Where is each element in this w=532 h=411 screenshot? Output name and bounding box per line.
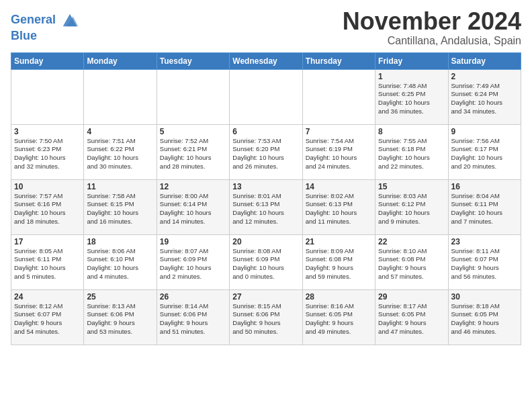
- day-content: Sunrise: 8:17 AM Sunset: 6:05 PM Dayligh…: [378, 302, 445, 336]
- day-content: Sunrise: 8:01 AM Sunset: 6:13 PM Dayligh…: [232, 192, 299, 226]
- calendar-cell: 21Sunrise: 8:09 AM Sunset: 6:08 PM Dayli…: [302, 234, 375, 289]
- calendar-cell: 12Sunrise: 8:00 AM Sunset: 6:14 PM Dayli…: [157, 179, 229, 234]
- calendar-cell: [157, 69, 229, 124]
- calendar-cell: 25Sunrise: 8:13 AM Sunset: 6:06 PM Dayli…: [84, 289, 157, 345]
- calendar-cell: 20Sunrise: 8:08 AM Sunset: 6:09 PM Dayli…: [230, 234, 302, 289]
- calendar-cell: 30Sunrise: 8:18 AM Sunset: 6:05 PM Dayli…: [448, 289, 521, 345]
- day-number: 8: [378, 127, 445, 136]
- day-number: 2: [451, 72, 518, 81]
- day-number: 15: [378, 182, 445, 191]
- days-header-row: SundayMondayTuesdayWednesdayThursdayFrid…: [11, 52, 521, 69]
- day-content: Sunrise: 8:14 AM Sunset: 6:06 PM Dayligh…: [160, 302, 226, 336]
- logo-text: General: [11, 11, 79, 30]
- week-row-4: 17Sunrise: 8:05 AM Sunset: 6:11 PM Dayli…: [11, 234, 521, 289]
- day-content: Sunrise: 8:12 AM Sunset: 6:07 PM Dayligh…: [14, 302, 81, 336]
- calendar-cell: 13Sunrise: 8:01 AM Sunset: 6:13 PM Dayli…: [230, 179, 302, 234]
- day-content: Sunrise: 8:03 AM Sunset: 6:12 PM Dayligh…: [378, 192, 445, 226]
- day-content: Sunrise: 8:10 AM Sunset: 6:08 PM Dayligh…: [378, 247, 445, 281]
- day-content: Sunrise: 8:00 AM Sunset: 6:14 PM Dayligh…: [160, 192, 226, 226]
- day-number: 7: [306, 127, 372, 136]
- day-content: Sunrise: 7:48 AM Sunset: 6:25 PM Dayligh…: [378, 82, 445, 116]
- day-number: 26: [160, 292, 226, 302]
- day-number: 5: [160, 127, 226, 136]
- day-content: Sunrise: 7:55 AM Sunset: 6:18 PM Dayligh…: [378, 137, 445, 171]
- calendar-cell: 17Sunrise: 8:05 AM Sunset: 6:11 PM Dayli…: [11, 234, 84, 289]
- day-number: 12: [160, 182, 226, 191]
- day-number: 27: [232, 292, 299, 302]
- calendar-cell: [302, 69, 375, 124]
- day-number: 29: [378, 292, 445, 302]
- calendar-cell: 24Sunrise: 8:12 AM Sunset: 6:07 PM Dayli…: [11, 289, 84, 345]
- day-number: 30: [451, 292, 518, 302]
- calendar-cell: 4Sunrise: 7:51 AM Sunset: 6:22 PM Daylig…: [84, 124, 157, 179]
- header-wednesday: Wednesday: [230, 52, 302, 69]
- calendar-cell: 10Sunrise: 7:57 AM Sunset: 6:16 PM Dayli…: [11, 179, 84, 234]
- calendar-cell: 1Sunrise: 7:48 AM Sunset: 6:25 PM Daylig…: [375, 69, 448, 124]
- calendar-cell: 15Sunrise: 8:03 AM Sunset: 6:12 PM Dayli…: [375, 179, 448, 234]
- logo: General Blue: [11, 11, 79, 43]
- calendar-cell: 11Sunrise: 7:58 AM Sunset: 6:15 PM Dayli…: [84, 179, 157, 234]
- day-number: 9: [451, 127, 518, 136]
- calendar-cell: 8Sunrise: 7:55 AM Sunset: 6:18 PM Daylig…: [375, 124, 448, 179]
- calendar-cell: 27Sunrise: 8:15 AM Sunset: 6:06 PM Dayli…: [230, 289, 302, 345]
- day-number: 10: [14, 182, 81, 191]
- calendar-cell: 22Sunrise: 8:10 AM Sunset: 6:08 PM Dayli…: [375, 234, 448, 289]
- calendar-cell: 2Sunrise: 7:49 AM Sunset: 6:24 PM Daylig…: [448, 69, 521, 124]
- header-friday: Friday: [375, 52, 448, 69]
- day-number: 11: [87, 182, 153, 191]
- day-content: Sunrise: 8:15 AM Sunset: 6:06 PM Dayligh…: [232, 302, 299, 336]
- day-content: Sunrise: 7:50 AM Sunset: 6:23 PM Dayligh…: [14, 137, 81, 171]
- day-content: Sunrise: 7:58 AM Sunset: 6:15 PM Dayligh…: [87, 192, 153, 226]
- day-content: Sunrise: 8:05 AM Sunset: 6:11 PM Dayligh…: [14, 247, 81, 281]
- day-content: Sunrise: 7:53 AM Sunset: 6:20 PM Dayligh…: [232, 137, 299, 171]
- day-number: 20: [232, 237, 299, 246]
- day-number: 1: [378, 72, 445, 81]
- day-content: Sunrise: 8:04 AM Sunset: 6:11 PM Dayligh…: [451, 192, 518, 226]
- day-content: Sunrise: 8:16 AM Sunset: 6:05 PM Dayligh…: [306, 302, 372, 336]
- week-row-3: 10Sunrise: 7:57 AM Sunset: 6:16 PM Dayli…: [11, 179, 521, 234]
- header-monday: Monday: [84, 52, 157, 69]
- day-content: Sunrise: 7:56 AM Sunset: 6:17 PM Dayligh…: [451, 137, 518, 171]
- day-content: Sunrise: 8:07 AM Sunset: 6:09 PM Dayligh…: [160, 247, 226, 281]
- calendar-cell: 3Sunrise: 7:50 AM Sunset: 6:23 PM Daylig…: [11, 124, 84, 179]
- day-content: Sunrise: 8:09 AM Sunset: 6:08 PM Dayligh…: [306, 247, 372, 281]
- calendar-cell: [230, 69, 302, 124]
- week-row-2: 3Sunrise: 7:50 AM Sunset: 6:23 PM Daylig…: [11, 124, 521, 179]
- day-content: Sunrise: 7:51 AM Sunset: 6:22 PM Dayligh…: [87, 137, 153, 171]
- day-number: 24: [14, 292, 81, 302]
- day-number: 6: [232, 127, 299, 136]
- day-number: 13: [232, 182, 299, 191]
- day-number: 18: [87, 237, 153, 246]
- location-subtitle: Cantillana, Andalusia, Spain: [343, 35, 521, 47]
- day-number: 4: [87, 127, 153, 136]
- day-content: Sunrise: 8:08 AM Sunset: 6:09 PM Dayligh…: [232, 247, 299, 281]
- day-number: 21: [306, 237, 372, 246]
- day-number: 19: [160, 237, 226, 246]
- page-container: General Blue November 2024 Cantillana, A…: [0, 0, 532, 353]
- calendar-cell: 18Sunrise: 8:06 AM Sunset: 6:10 PM Dayli…: [84, 234, 157, 289]
- day-content: Sunrise: 7:54 AM Sunset: 6:19 PM Dayligh…: [306, 137, 372, 171]
- header-saturday: Saturday: [448, 52, 521, 69]
- day-content: Sunrise: 8:02 AM Sunset: 6:13 PM Dayligh…: [306, 192, 372, 226]
- day-number: 16: [451, 182, 518, 191]
- calendar-cell: [84, 69, 157, 124]
- logo-blue-text: Blue: [11, 30, 79, 43]
- day-content: Sunrise: 8:18 AM Sunset: 6:05 PM Dayligh…: [451, 302, 518, 336]
- day-content: Sunrise: 7:49 AM Sunset: 6:24 PM Dayligh…: [451, 82, 518, 116]
- header-thursday: Thursday: [302, 52, 375, 69]
- calendar-cell: 26Sunrise: 8:14 AM Sunset: 6:06 PM Dayli…: [157, 289, 229, 345]
- title-block: November 2024 Cantillana, Andalusia, Spa…: [343, 8, 521, 47]
- calendar-cell: 19Sunrise: 8:07 AM Sunset: 6:09 PM Dayli…: [157, 234, 229, 289]
- calendar-cell: 9Sunrise: 7:56 AM Sunset: 6:17 PM Daylig…: [448, 124, 521, 179]
- day-content: Sunrise: 8:06 AM Sunset: 6:10 PM Dayligh…: [87, 247, 153, 281]
- header: General Blue November 2024 Cantillana, A…: [11, 8, 521, 47]
- calendar-cell: 14Sunrise: 8:02 AM Sunset: 6:13 PM Dayli…: [302, 179, 375, 234]
- day-number: 3: [14, 127, 81, 136]
- day-number: 25: [87, 292, 153, 302]
- header-tuesday: Tuesday: [157, 52, 229, 69]
- month-title: November 2024: [343, 8, 521, 35]
- day-content: Sunrise: 7:52 AM Sunset: 6:21 PM Dayligh…: [160, 137, 226, 171]
- calendar-cell: 23Sunrise: 8:11 AM Sunset: 6:07 PM Dayli…: [448, 234, 521, 289]
- day-number: 17: [14, 237, 81, 246]
- day-content: Sunrise: 7:57 AM Sunset: 6:16 PM Dayligh…: [14, 192, 81, 226]
